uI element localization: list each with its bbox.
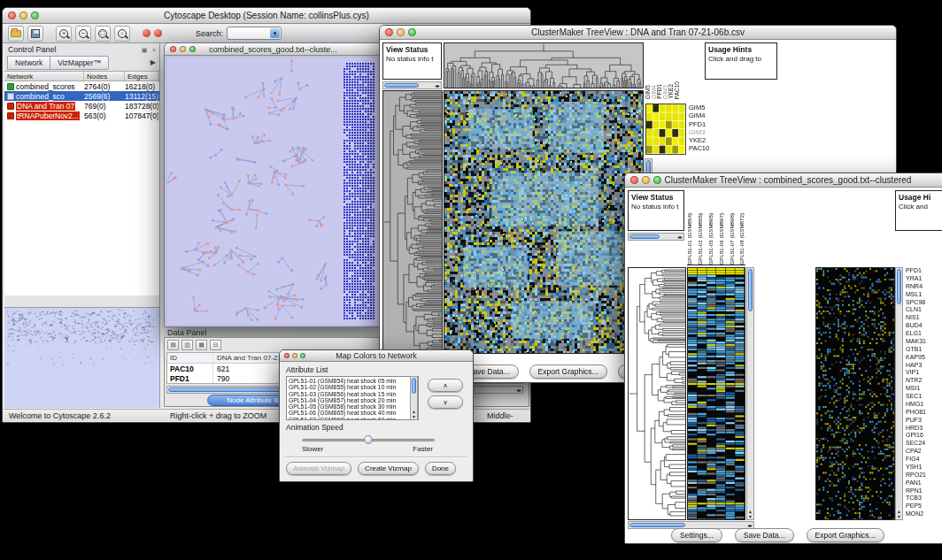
maximize-icon[interactable] <box>408 28 416 36</box>
attribute-item[interactable]: GPL51-03 (GSM856) heat shock 15 min <box>289 391 416 397</box>
close-panel-icon[interactable]: × <box>152 47 156 53</box>
create-attribute-button[interactable]: ▥ <box>181 340 193 350</box>
minimize-icon[interactable] <box>19 12 27 19</box>
zoom-out-icon: − <box>79 29 88 38</box>
vizmapper-shortcut-icon[interactable] <box>154 29 162 37</box>
close-icon[interactable] <box>630 176 638 184</box>
attribute-list-vscrollbar[interactable]: ▴▾ <box>410 376 418 420</box>
close-icon[interactable] <box>284 353 290 358</box>
attribute-item[interactable]: GPL51-06 (GSM865) heat shock 40 min <box>289 410 416 416</box>
heatmap-canvas[interactable] <box>687 267 745 520</box>
network-overview-canvas[interactable] <box>4 308 158 408</box>
slider-thumb[interactable] <box>364 435 373 444</box>
network-overview-panel[interactable] <box>4 307 159 408</box>
column-label: GPL51-01 (GSM854) <box>687 213 693 265</box>
heatmap-vscrollbar[interactable]: ▴▾ <box>746 267 754 520</box>
network-table-header: Network Nodes Edges <box>4 71 159 81</box>
dialog-button[interactable]: Animate Vizmap <box>286 462 351 475</box>
save-session-button[interactable] <box>27 26 43 42</box>
network-file-icon <box>7 83 14 90</box>
scroll-arrows-icon[interactable]: ▴▾ <box>747 509 753 519</box>
chevron-down-icon[interactable]: ▾ <box>270 28 280 38</box>
dialog-button[interactable]: Done <box>425 462 456 475</box>
maximize-icon[interactable] <box>300 353 305 358</box>
minimize-icon[interactable] <box>642 176 650 184</box>
treeview-combined-buttons: Settings...Save Data...Export Graphics..… <box>671 528 884 542</box>
maximize-icon[interactable] <box>31 12 39 19</box>
move-up-button[interactable]: ∧ <box>428 379 463 392</box>
network-row[interactable]: tRNAPuberNov2... 563(0) 107847(0) <box>4 111 159 120</box>
gene-label: GTB1 <box>906 346 942 354</box>
treeview-button[interactable]: Export Graphics... <box>807 528 884 542</box>
delete-attribute-button[interactable]: ▦ <box>196 340 207 350</box>
control-panel-tabs: NetworkVizMapper™ <box>7 56 109 70</box>
data-panel-toolbar: ▤ ▥ ▦ ⊟ <box>167 340 221 350</box>
array-dendrogram-canvas[interactable] <box>444 42 644 88</box>
gene-label: RPO21 <box>906 472 942 479</box>
network-file-icon <box>7 93 14 100</box>
network-row[interactable]: combined_sco 2569(6) 13112(15) <box>4 91 159 101</box>
attribute-item[interactable]: GPL51-02 (GSM855) heat shock 10 min <box>289 384 416 390</box>
zoom-out-button[interactable]: − <box>75 26 91 42</box>
dialog-button[interactable]: Create Vizmap <box>358 462 419 475</box>
gene-label: NIS1 <box>906 314 942 322</box>
network-row[interactable]: combined_scores 2764(0) 16218(0) <box>4 81 159 91</box>
scroll-arrows-icon[interactable]: ◂▸ <box>435 82 440 89</box>
faster-label: Faster <box>413 445 433 453</box>
select-attributes-button[interactable]: ▤ <box>167 340 179 350</box>
attribute-item[interactable]: GPL51-04 (GSM857) heat shock 20 min <box>289 397 416 403</box>
scroll-arrows-icon[interactable]: ◂▸ <box>677 234 683 241</box>
gene-label: RNR4 <box>906 283 942 291</box>
gene-dendrogram-canvas[interactable] <box>382 90 443 354</box>
tree-hscrollbar[interactable]: ◂▸ <box>382 81 442 89</box>
animation-speed-slider[interactable] <box>302 435 435 444</box>
treeview-button[interactable]: Export Graphics... <box>529 364 607 379</box>
close-icon[interactable] <box>8 12 16 19</box>
tree-hscrollbar[interactable]: ◂▸ <box>628 233 684 241</box>
maximize-icon[interactable] <box>653 176 661 184</box>
zoom-fit-button[interactable]: □ <box>95 26 111 42</box>
minimize-icon[interactable] <box>292 353 297 358</box>
treeview-button[interactable]: Settings... <box>671 528 722 542</box>
attribute-item[interactable]: GPL51-05 (GSM858) heat shock 30 min <box>289 403 416 410</box>
zoom-selected-button[interactable]: ▫ <box>114 26 130 42</box>
treeview-button[interactable]: Save Data... <box>735 528 794 542</box>
move-down-button[interactable]: ∨ <box>428 395 463 409</box>
tab[interactable]: VizMapper™ <box>50 56 109 70</box>
main-title-bar[interactable]: Cytoscape Desktop (Session Name: collins… <box>3 8 530 24</box>
treeview-dna-title-bar[interactable]: ClusterMaker TreeView : DNA and Tran 07-… <box>380 26 896 40</box>
zoom-vscrollbar[interactable]: ▴▾ <box>895 267 903 520</box>
network-manager-icon[interactable] <box>143 29 151 37</box>
float-panel-icon[interactable]: ▣ <box>142 47 148 53</box>
zoom-in-button[interactable]: + <box>56 26 72 42</box>
tab[interactable]: Network <box>7 56 50 70</box>
open-session-button[interactable] <box>8 26 24 42</box>
gene-dendrogram-canvas[interactable] <box>628 267 686 520</box>
zoom-heatmap-canvas[interactable] <box>815 267 895 520</box>
network-window-title-bar[interactable]: combined_scores_good.txt--cluste... <box>165 43 382 56</box>
database-icon[interactable]: ⊟ <box>210 340 221 350</box>
close-icon[interactable] <box>170 46 176 52</box>
heatmap-canvas[interactable] <box>444 90 644 354</box>
gene-label: PUF3 <box>906 417 942 425</box>
dialog-title-bar[interactable]: Map Colors to Network <box>280 350 473 362</box>
attribute-item[interactable]: GPL51-01 (GSM854) heat shock 05 min <box>289 378 416 384</box>
tab-overflow-icon[interactable]: ▶ <box>151 58 156 66</box>
attribute-item[interactable]: GPL51-07 (GSM868) heat shock 60 min <box>289 417 416 420</box>
scroll-arrows-icon[interactable]: ◂▸ <box>516 387 521 394</box>
correlation-matrix-canvas[interactable] <box>645 104 686 155</box>
minimize-icon[interactable] <box>397 28 405 36</box>
treeview-combined-title-bar[interactable]: ClusterMaker TreeView : combined_scores_… <box>625 173 942 188</box>
close-icon[interactable] <box>385 28 393 36</box>
window-controls <box>170 46 196 52</box>
gene-label: YRA1 <box>906 275 942 283</box>
attribute-list[interactable]: GPL51-01 (GSM854) heat shock 05 minGPL51… <box>286 376 419 420</box>
network-row[interactable]: DNA and Tran 07 769(0) 183728(0) <box>4 101 159 111</box>
dialog-title: Map Colors to Network <box>280 351 473 360</box>
scroll-arrows-icon[interactable]: ▴▾ <box>411 409 417 419</box>
network-view-canvas[interactable] <box>167 58 379 325</box>
scroll-arrows-icon[interactable]: ▴▾ <box>896 509 902 519</box>
minimize-icon[interactable] <box>180 46 186 52</box>
search-input[interactable]: ▾ <box>227 27 282 40</box>
maximize-icon[interactable] <box>189 46 196 52</box>
